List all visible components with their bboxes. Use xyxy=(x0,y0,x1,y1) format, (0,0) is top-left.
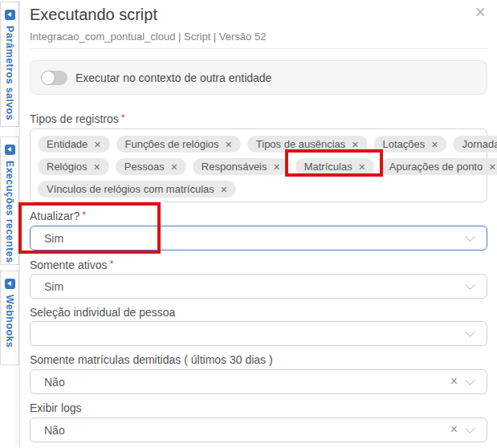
tag-chip-relogios: Relógios× xyxy=(38,158,109,175)
tag-remove-icon[interactable]: × xyxy=(171,161,177,173)
toggle-knob xyxy=(42,71,55,84)
field-label-tipos-de-registros: Tipos de registros* xyxy=(30,112,125,125)
select-somente-ativos[interactable]: Sim xyxy=(30,274,487,299)
panel-collapse-icon xyxy=(5,279,15,289)
tipos-de-registros-multiselect[interactable]: Entidade× Funções de relógios× Tipos de … xyxy=(30,128,487,202)
select-exibir-logs[interactable]: Não × xyxy=(30,417,487,442)
context-toggle-switch[interactable] xyxy=(41,71,67,85)
tag-remove-icon[interactable]: × xyxy=(274,161,280,173)
chevron-down-icon xyxy=(465,423,475,434)
sidebar-tab-execucoes-recentes[interactable]: Execuções recentes xyxy=(0,136,19,265)
select-selecao-individual-de-pessoa[interactable] xyxy=(30,321,487,346)
header-divider xyxy=(30,48,487,49)
tag-chip-responsaveis: Responsáveis× xyxy=(193,158,289,175)
clear-icon[interactable]: × xyxy=(450,375,458,388)
tag-row: Vínculos de relógios com matrículas× xyxy=(38,181,479,198)
tag-chip-funcoes-de-relogios: Funções de relógios× xyxy=(116,136,241,153)
chevron-down-icon xyxy=(465,279,475,290)
tag-chip-tipos-de-ausencias: Tipos de ausências× xyxy=(247,136,368,153)
field-label-atualizar: Atualizar?* xyxy=(30,210,86,222)
required-asterisk: * xyxy=(82,209,86,221)
tag-remove-icon[interactable]: × xyxy=(94,139,100,150)
chevron-down-icon xyxy=(465,231,475,242)
script-run-panel: Executando script × Integracao_com_pontu… xyxy=(19,0,497,448)
context-toggle-section: Executar no contexto de outra entidade xyxy=(30,60,487,95)
chevron-down-icon xyxy=(465,327,475,337)
tag-remove-icon[interactable]: × xyxy=(489,161,495,173)
tag-row: Relógios× Pessoas× Responsáveis× Matrícu… xyxy=(38,158,479,175)
tag-remove-icon[interactable]: × xyxy=(431,139,438,150)
tag-chip-jornadas: Jornadas× xyxy=(453,136,497,153)
clear-icon[interactable]: × xyxy=(450,423,458,436)
tag-remove-icon[interactable]: × xyxy=(94,161,100,173)
sidebar-tab-label: Execuções recentes xyxy=(4,161,15,263)
tag-remove-icon[interactable]: × xyxy=(359,161,365,173)
tag-remove-icon[interactable]: × xyxy=(352,139,358,150)
tag-chip-entidade: Entidade× xyxy=(38,136,110,153)
tag-chip-lotacoes: Lotações× xyxy=(374,136,447,153)
tag-row: Entidade× Funções de relógios× Tipos de … xyxy=(38,136,479,153)
sidebar-tab-webhooks[interactable]: Webhooks xyxy=(0,271,19,365)
context-toggle-label: Executar no contexto de outra entidade xyxy=(75,71,271,84)
tag-chip-apuracoes-de-ponto: Apurações de ponto× xyxy=(381,158,497,175)
page-title: Executando script xyxy=(30,6,157,24)
select-value: Não xyxy=(44,424,65,437)
panel-collapse-icon xyxy=(5,10,15,20)
required-asterisk: * xyxy=(121,112,125,124)
select-value: Sim xyxy=(44,280,63,293)
select-atualizar[interactable]: Sim xyxy=(30,226,487,250)
sidebar-tab-label: Webhooks xyxy=(4,295,15,348)
field-label-selecao-individual-de-pessoa: Seleção individual de pessoa xyxy=(30,306,175,319)
field-label-somente-ativos: Somente ativos* xyxy=(30,259,114,271)
executando-script-modal: Parâmetros salvos Execuções recentes Web… xyxy=(0,0,497,448)
chevron-down-icon xyxy=(465,375,475,385)
sidebar-tab-label: Parâmetros salvos xyxy=(4,26,15,120)
tag-chip-vinculos-de-relogios-com-matriculas: Vínculos de relógios com matrículas× xyxy=(38,181,236,198)
tag-chip-matriculas: Matrículas× xyxy=(295,158,374,175)
tag-chip-pessoas: Pessoas× xyxy=(116,158,186,175)
field-label-somente-matriculas-demitidas: Somente matrículas demitidas ( últimos 3… xyxy=(30,353,273,366)
close-icon[interactable]: × xyxy=(475,3,486,22)
field-label-exibir-logs: Exibir logs xyxy=(30,401,82,414)
select-somente-matriculas-demitidas[interactable]: Não × xyxy=(30,369,487,394)
script-breadcrumb: Integracao_com_pontual_cloud | Script | … xyxy=(30,31,266,43)
sidebar-tab-parametros-salvos[interactable]: Parâmetros salvos xyxy=(0,2,19,127)
select-value: Não xyxy=(44,376,65,389)
tag-remove-icon[interactable]: × xyxy=(221,184,227,195)
select-value: Sim xyxy=(44,232,63,245)
tag-remove-icon[interactable]: × xyxy=(226,139,232,150)
required-asterisk: * xyxy=(110,258,114,270)
panel-collapse-icon xyxy=(5,145,15,155)
